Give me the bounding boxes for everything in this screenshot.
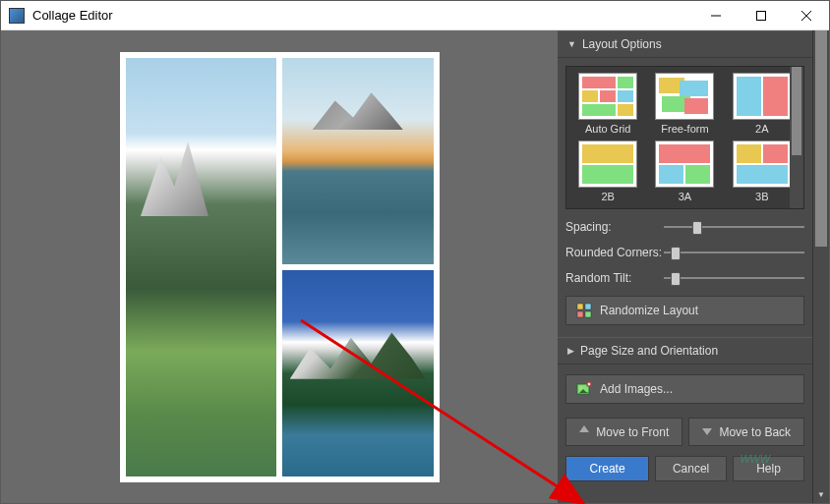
rounded-label: Rounded Corners: <box>565 246 664 259</box>
section-page-size[interactable]: ▶ Page Size and Orientation <box>558 337 812 364</box>
arrow-down-icon <box>701 424 713 439</box>
spacing-slider[interactable] <box>664 219 804 235</box>
layout-template-grid: Auto Grid Free-form 2A 2B <box>565 66 804 209</box>
randomize-icon <box>576 303 592 318</box>
layout-2a[interactable]: 2A <box>727 73 798 135</box>
side-panel: ▼ Layout Options Auto Grid Free-form <box>558 30 829 503</box>
rounded-corners-slider[interactable] <box>664 245 804 260</box>
svg-rect-1 <box>757 11 766 20</box>
collage-cell-3[interactable] <box>282 270 434 476</box>
chevron-down-icon: ▼ <box>567 39 576 49</box>
collage-preview[interactable] <box>120 52 440 482</box>
section-title: Page Size and Orientation <box>580 344 718 358</box>
z-order-row: Move to Front Move to Back <box>558 414 812 450</box>
app-window: Collage Editor <box>0 0 830 504</box>
svg-marker-17 <box>702 428 712 435</box>
svg-rect-6 <box>577 304 583 309</box>
svg-rect-8 <box>577 311 583 317</box>
rounded-row: Rounded Corners: <box>565 245 804 260</box>
layout-3a[interactable]: 3A <box>649 140 720 202</box>
svg-point-11 <box>580 387 583 390</box>
scrollbar-thumb[interactable] <box>792 67 801 155</box>
randomize-layout-button[interactable]: Randomize Layout <box>565 296 804 325</box>
spacing-label: Spacing: <box>565 220 664 234</box>
random-tilt-slider[interactable] <box>664 270 804 286</box>
layout-free-form[interactable]: Free-form <box>649 73 720 135</box>
svg-rect-9 <box>585 311 591 317</box>
dialog-buttons: Create Cancel Help <box>558 450 812 491</box>
content-area: ▼ Layout Options Auto Grid Free-form <box>1 30 829 503</box>
tilt-label: Random Tilt: <box>565 271 664 285</box>
cancel-button[interactable]: Cancel <box>655 456 727 481</box>
svg-rect-7 <box>585 304 591 309</box>
collage-cell-2[interactable] <box>282 58 434 264</box>
watermark: www <box>741 450 770 466</box>
app-icon <box>9 8 25 24</box>
scrollbar-thumb[interactable] <box>815 30 827 247</box>
layout-options-body: Auto Grid Free-form 2A 2B <box>558 58 812 337</box>
maximize-button[interactable] <box>739 1 784 29</box>
move-to-back-button[interactable]: Move to Back <box>688 418 805 446</box>
section-title: Layout Options <box>582 37 662 51</box>
layout-3b[interactable]: 3B <box>727 140 798 202</box>
canvas-area[interactable] <box>1 30 558 503</box>
window-title: Collage Editor <box>32 8 693 23</box>
section-layout-options[interactable]: ▼ Layout Options <box>558 30 812 58</box>
spacing-row: Spacing: <box>565 219 804 235</box>
chevron-right-icon: ▶ <box>567 346 574 356</box>
layout-grid-scrollbar[interactable] <box>790 67 803 208</box>
layout-2b[interactable]: 2B <box>572 140 643 202</box>
svg-marker-16 <box>579 425 589 432</box>
create-button[interactable]: Create <box>565 456 649 481</box>
minimize-button[interactable] <box>693 1 739 29</box>
scroll-down-icon[interactable]: ▼ <box>813 486 829 503</box>
add-images-icon <box>576 381 592 397</box>
close-button[interactable] <box>784 1 829 29</box>
panel-scrollbar[interactable]: ▲ ▼ <box>812 30 829 503</box>
collage-image <box>282 270 434 476</box>
move-to-front-button[interactable]: Move to Front <box>565 418 682 446</box>
window-controls <box>693 1 829 29</box>
collage-cell-1[interactable] <box>126 58 277 476</box>
collage-image <box>126 58 277 476</box>
titlebar: Collage Editor <box>1 1 829 30</box>
layout-auto-grid[interactable]: Auto Grid <box>572 73 643 135</box>
collage-image <box>282 58 434 264</box>
add-images-button[interactable]: Add Images... <box>565 374 804 404</box>
tilt-row: Random Tilt: <box>565 270 804 286</box>
arrow-up-icon <box>578 424 590 439</box>
